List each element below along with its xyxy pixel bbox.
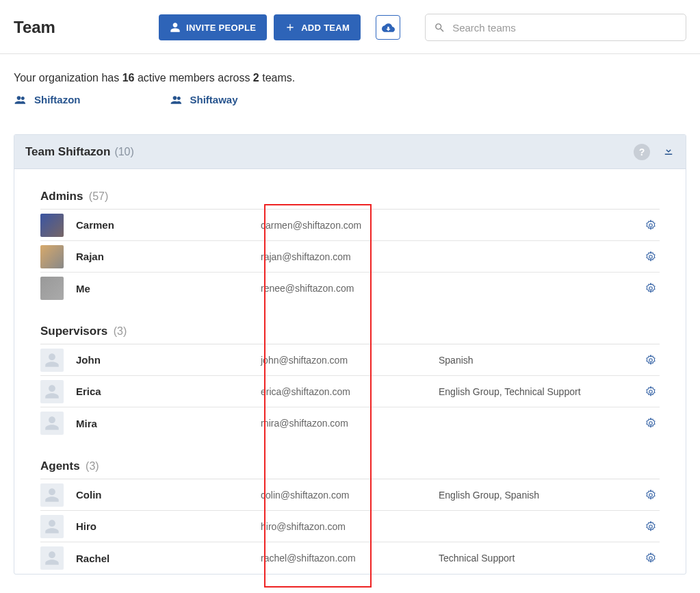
- svg-point-3: [649, 358, 653, 362]
- member-email: carmen@shiftazon.com: [261, 220, 439, 231]
- member-email: renee@shiftazon.com: [261, 283, 439, 294]
- avatar: [40, 515, 64, 538]
- member-name: Me: [76, 283, 261, 294]
- member-tags: English Group, Technical Support: [439, 386, 645, 397]
- member-name: Erica: [76, 386, 261, 397]
- settings-gear-icon[interactable]: [645, 282, 657, 294]
- invite-people-button[interactable]: INVITE PEOPLE: [159, 14, 267, 40]
- org-summary: Your organization has 16 active members …: [0, 54, 700, 87]
- team-panel: Team Shiftazon (10) ? Admins (57) Carmen…: [14, 134, 686, 575]
- top-bar: Team INVITE PEOPLE ADD TEAM: [0, 0, 700, 54]
- svg-point-7: [649, 525, 653, 528]
- member-name: Colin: [76, 489, 261, 501]
- member-group: Agents (3) Colin colin@shiftazon.com Eng…: [14, 439, 686, 574]
- member-row[interactable]: Hiro hiro@shiftazon.com: [40, 511, 660, 542]
- people-icon: [170, 94, 183, 105]
- person-placeholder-icon: [43, 351, 61, 369]
- person-icon: [170, 22, 181, 33]
- member-row[interactable]: John john@shiftazon.com Spanish: [40, 344, 660, 376]
- member-tags: Technical Support: [439, 553, 645, 564]
- member-row[interactable]: Me renee@shiftazon.com: [40, 273, 660, 304]
- svg-point-4: [649, 390, 653, 393]
- search-icon: [434, 22, 445, 34]
- member-group: Supervisors (3) John john@shiftazon.com …: [14, 304, 686, 439]
- team-link-shiftaway[interactable]: Shiftaway: [170, 94, 238, 105]
- settings-gear-icon[interactable]: [645, 520, 657, 533]
- settings-gear-icon[interactable]: [645, 489, 657, 501]
- group-header: Admins (57): [40, 169, 660, 210]
- settings-gear-icon[interactable]: [645, 417, 657, 429]
- member-group: Admins (57) Carmen carmen@shiftazon.com …: [14, 169, 686, 304]
- member-name: Hiro: [76, 520, 261, 532]
- member-name: Rachel: [76, 553, 261, 564]
- avatar: [40, 277, 64, 300]
- person-placeholder-icon: [43, 383, 61, 401]
- plus-icon: [285, 22, 296, 33]
- member-email: erica@shiftazon.com: [261, 386, 439, 397]
- panel-title: Team Shiftazon: [25, 145, 110, 159]
- avatar: [40, 483, 64, 507]
- settings-gear-icon[interactable]: [645, 552, 657, 564]
- summary-mid: active members across: [134, 72, 252, 84]
- team-link-label: Shiftazon: [34, 94, 81, 105]
- export-button[interactable]: [662, 144, 675, 160]
- member-email: rajan@shiftazon.com: [261, 251, 439, 262]
- download-icon: [662, 144, 675, 157]
- group-header: Supervisors (3): [40, 304, 660, 344]
- cloud-download-button[interactable]: [376, 15, 400, 40]
- avatar: [40, 380, 64, 403]
- person-placeholder-icon: [43, 518, 61, 535]
- panel-header: Team Shiftazon (10) ?: [14, 135, 686, 169]
- member-email: colin@shiftazon.com: [261, 490, 439, 501]
- member-row[interactable]: Colin colin@shiftazon.com English Group,…: [40, 479, 660, 511]
- help-button[interactable]: ?: [634, 144, 650, 160]
- avatar: [40, 412, 64, 435]
- avatar: [40, 546, 64, 570]
- group-title: Agents: [40, 459, 80, 472]
- search-box[interactable]: [425, 14, 686, 41]
- team-link-shiftazon[interactable]: Shiftazon: [14, 94, 81, 105]
- svg-point-1: [649, 255, 653, 258]
- member-row[interactable]: Erica erica@shiftazon.com English Group,…: [40, 376, 660, 407]
- summary-members: 16: [122, 72, 135, 84]
- svg-point-6: [649, 493, 653, 496]
- svg-point-0: [649, 223, 653, 227]
- member-name: Mira: [76, 418, 261, 429]
- group-title: Supervisors: [40, 325, 107, 338]
- avatar: [40, 349, 64, 372]
- group-header: Agents (3): [40, 439, 660, 479]
- member-name: John: [76, 354, 261, 366]
- member-tags: English Group, Spanish: [439, 490, 645, 501]
- svg-point-8: [649, 557, 653, 560]
- member-email: john@shiftazon.com: [261, 355, 439, 366]
- add-team-label: ADD TEAM: [301, 23, 350, 33]
- person-placeholder-icon: [43, 414, 61, 432]
- top-actions: INVITE PEOPLE ADD TEAM: [159, 14, 400, 40]
- member-email: mira@shiftazon.com: [261, 418, 439, 429]
- group-count: (57): [89, 190, 108, 202]
- member-row[interactable]: Rachel rachel@shiftazon.com Technical Su…: [40, 542, 660, 574]
- member-row[interactable]: Rajan rajan@shiftazon.com: [40, 241, 660, 273]
- member-email: hiro@shiftazon.com: [261, 521, 439, 532]
- panel-count: (10): [114, 146, 133, 158]
- people-icon: [14, 94, 27, 105]
- member-tags: Spanish: [439, 355, 645, 366]
- member-row[interactable]: Carmen carmen@shiftazon.com: [40, 210, 660, 241]
- member-row[interactable]: Mira mira@shiftazon.com: [40, 407, 660, 439]
- team-link-label: Shiftaway: [190, 94, 238, 105]
- search-input[interactable]: [452, 22, 677, 34]
- settings-gear-icon[interactable]: [645, 251, 657, 263]
- settings-gear-icon[interactable]: [645, 219, 657, 231]
- settings-gear-icon[interactable]: [645, 354, 657, 366]
- add-team-button[interactable]: ADD TEAM: [274, 14, 361, 40]
- person-placeholder-icon: [43, 549, 61, 567]
- group-title: Admins: [40, 190, 83, 203]
- summary-teams: 2: [253, 72, 259, 84]
- settings-gear-icon[interactable]: [645, 386, 657, 398]
- cloud-download-icon: [382, 21, 395, 34]
- summary-prefix: Your organization has: [14, 72, 122, 84]
- avatar: [40, 214, 64, 237]
- invite-label: INVITE PEOPLE: [186, 23, 256, 33]
- search-wrap: [425, 14, 686, 41]
- member-name: Carmen: [76, 219, 261, 231]
